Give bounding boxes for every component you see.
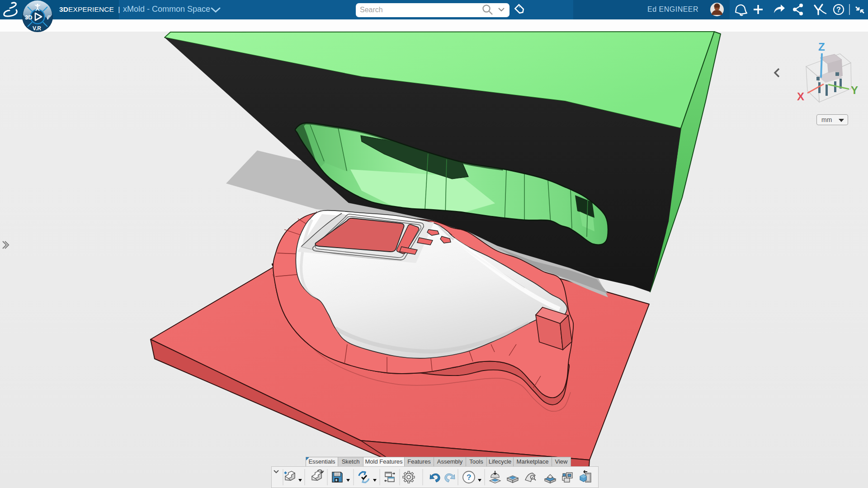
svg-text:3D: 3D [25, 14, 33, 21]
svg-text:V.R: V.R [33, 25, 41, 32]
svg-text:Y: Y [851, 84, 858, 96]
svg-text:i’: i’ [47, 14, 51, 21]
svg-text:Z: Z [818, 41, 825, 53]
svg-text:?: ? [836, 6, 841, 14]
svg-text:X: X [797, 90, 804, 103]
